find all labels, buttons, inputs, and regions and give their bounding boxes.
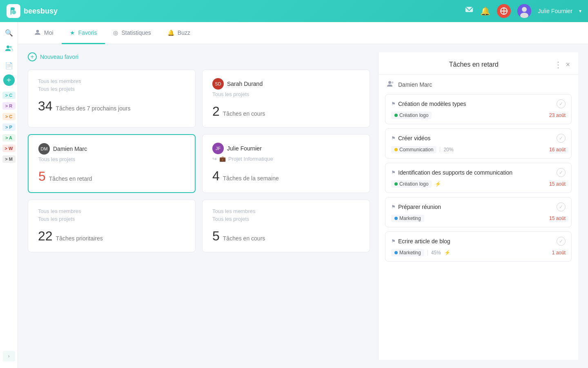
svg-point-10	[36, 30, 39, 33]
favorite-card-3[interactable]: DM Damien Marc Tous les projets 5 Tâches…	[28, 134, 196, 193]
top-navigation: beesbusy 🔔 Julie Fournier ▾	[0, 0, 588, 22]
card3-stat: 5 Tâches en retard	[38, 169, 185, 184]
card1-stat-number: 34	[38, 99, 53, 114]
card2-stat: 2 Tâches en cours	[212, 104, 360, 119]
task2-bottom: Communication 20% 16 août	[391, 146, 566, 153]
user-avatar[interactable]	[517, 4, 531, 18]
task5-tag: Marketing	[391, 249, 424, 256]
sidebar-item-search[interactable]: 🔍	[2, 25, 16, 40]
task2-name: Créer vidéos	[398, 135, 554, 141]
sidebar-section-p1[interactable]: > P	[2, 123, 16, 131]
search-icon: 🔍	[5, 29, 13, 37]
task-item-3: ⚑ Identification des supports de communi…	[385, 163, 572, 193]
card6-member-label: Tous les membres	[212, 208, 360, 214]
svg-point-6	[522, 7, 527, 12]
app-name: beesbusy	[24, 7, 58, 16]
sidebar-section-w1[interactable]: > W	[2, 145, 16, 152]
tab-favoris[interactable]: ★ Favoris	[62, 22, 105, 44]
card6-project-label: Tous les projets	[212, 216, 360, 222]
task1-bottom: Création logo 23 août	[391, 112, 566, 119]
task-item-2: ⚑ Créer vidéos ✓ Communication 20% 16 ao…	[385, 128, 572, 159]
sidebar-section-c1[interactable]: > C	[2, 92, 16, 99]
project-briefcase-icon: 💼	[219, 156, 226, 162]
favorite-card-2[interactable]: SD Sarah Durand Tous les projets 2 Tâche…	[202, 70, 370, 128]
card3-stat-number: 5	[38, 169, 46, 184]
task1-tag: Création logo	[391, 112, 432, 119]
card5-member-label: Tous les membres	[38, 208, 185, 214]
card4-stat-number: 4	[212, 168, 220, 184]
detail-options-icon[interactable]: ⋮	[551, 60, 566, 70]
sidebar-section-r1[interactable]: > R	[2, 102, 16, 110]
card3-project-label: Tous les projets	[38, 156, 185, 162]
sidebar-section-c2[interactable]: > C	[2, 113, 16, 120]
card6-stat-label: Tâches en cours	[223, 235, 265, 242]
card2-member-name: SD Sarah Durand	[212, 78, 360, 90]
task-item-4: ⚑ Préparer réunion ✓ Marketing 15 août	[385, 197, 572, 227]
scroll-content: + Nouveau favori Tous les membres Tous l…	[18, 44, 588, 368]
tab-moi[interactable]: Moi	[26, 22, 62, 44]
sidebar-section-m1[interactable]: > M	[2, 155, 16, 163]
task3-check-button[interactable]: ✓	[557, 168, 566, 177]
tab-buzz-label: Buzz	[178, 29, 190, 36]
new-favorite-plus-icon: +	[28, 52, 37, 61]
sidebar-item-members[interactable]	[2, 42, 16, 56]
chat-icon[interactable]	[465, 6, 474, 17]
svg-point-0	[12, 10, 16, 14]
task3-name: Identification des supports de communica…	[398, 169, 554, 176]
app-logo[interactable]: beesbusy	[7, 4, 58, 18]
topnav-right: 🔔 Julie Fournier ▾	[465, 4, 581, 18]
task1-date: 23 août	[549, 112, 566, 118]
add-icon: +	[7, 76, 11, 85]
crosshair-avatar[interactable]	[497, 4, 511, 18]
task5-name: Ecrire article de blog	[398, 238, 554, 245]
card2-avatar: SD	[212, 78, 224, 90]
detail-title: Tâches en retard	[396, 61, 551, 68]
task2-top: ⚑ Créer vidéos ✓	[391, 134, 566, 143]
files-icon: 📄	[5, 62, 13, 70]
new-favorite-button[interactable]: + Nouveau favori	[28, 52, 370, 61]
tab-favoris-icon: ★	[70, 29, 75, 36]
user-dropdown-caret[interactable]: ▾	[579, 8, 581, 14]
svg-point-11	[388, 81, 391, 84]
task2-flag-icon: ⚑	[391, 135, 396, 141]
detail-close-button[interactable]: ×	[566, 61, 570, 68]
tab-favoris-label: Favoris	[78, 29, 97, 36]
task1-top: ⚑ Création de modèles types ✓	[391, 99, 566, 108]
task2-progress: 20%	[440, 147, 453, 153]
favorite-card-6[interactable]: Tous les membres Tous les projets 5 Tâch…	[202, 200, 370, 252]
favorites-section: + Nouveau favori Tous les membres Tous l…	[28, 52, 370, 360]
task1-check-button[interactable]: ✓	[557, 99, 566, 108]
task3-bottom: Création logo ⚡ 15 août	[391, 180, 566, 188]
task4-name: Préparer réunion	[398, 204, 554, 210]
username-label[interactable]: Julie Fournier	[538, 8, 572, 14]
sidebar-expand-button[interactable]: ›	[3, 351, 15, 361]
favorite-card-1[interactable]: Tous les membres Tous les projets 34 Tâc…	[28, 70, 196, 128]
task-item-5: ⚑ Ecrire article de blog ✓ Marketing 45%…	[385, 231, 572, 262]
tab-statistiques[interactable]: ◎ Statistiques	[105, 22, 159, 44]
tab-buzz-icon: 🔔	[167, 29, 174, 36]
tab-buzz[interactable]: 🔔 Buzz	[159, 22, 198, 44]
card3-member-name: DM Damien Marc	[38, 143, 185, 155]
sidebar-item-files[interactable]: 📄	[2, 58, 16, 73]
task4-check-button[interactable]: ✓	[557, 202, 566, 211]
sidebar: 🔍 📄 + > C > R > C > P > A >	[0, 22, 18, 368]
task-list: ⚑ Création de modèles types ✓ Création l…	[379, 94, 578, 266]
task4-top: ⚑ Préparer réunion ✓	[391, 202, 566, 211]
task3-date: 15 août	[549, 181, 566, 187]
task4-tag: Marketing	[391, 215, 424, 222]
task5-priority-icon: ⚡	[444, 250, 450, 256]
members-icon	[5, 44, 13, 54]
task2-check-button[interactable]: ✓	[557, 134, 566, 143]
sidebar-item-add[interactable]: +	[3, 74, 15, 86]
project-arrow-icon: ↪	[212, 156, 217, 162]
favorite-card-5[interactable]: Tous les membres Tous les projets 22 Tâc…	[28, 200, 196, 252]
tab-statistiques-label: Statistiques	[121, 29, 151, 36]
sidebar-section-a1[interactable]: > A	[2, 134, 16, 141]
new-favorite-label: Nouveau favori	[40, 54, 78, 60]
task5-check-button[interactable]: ✓	[557, 237, 566, 246]
favorite-card-4[interactable]: JF Julie Fournier ↪ 💼 Projet Informatiqu…	[202, 134, 370, 193]
card3-stat-label: Tâches en retard	[49, 175, 92, 182]
tabs-bar: Moi ★ Favoris ◎ Statistiques 🔔 Buzz	[18, 22, 588, 44]
task5-top: ⚑ Ecrire article de blog ✓	[391, 237, 566, 246]
notification-icon[interactable]: 🔔	[480, 6, 490, 16]
